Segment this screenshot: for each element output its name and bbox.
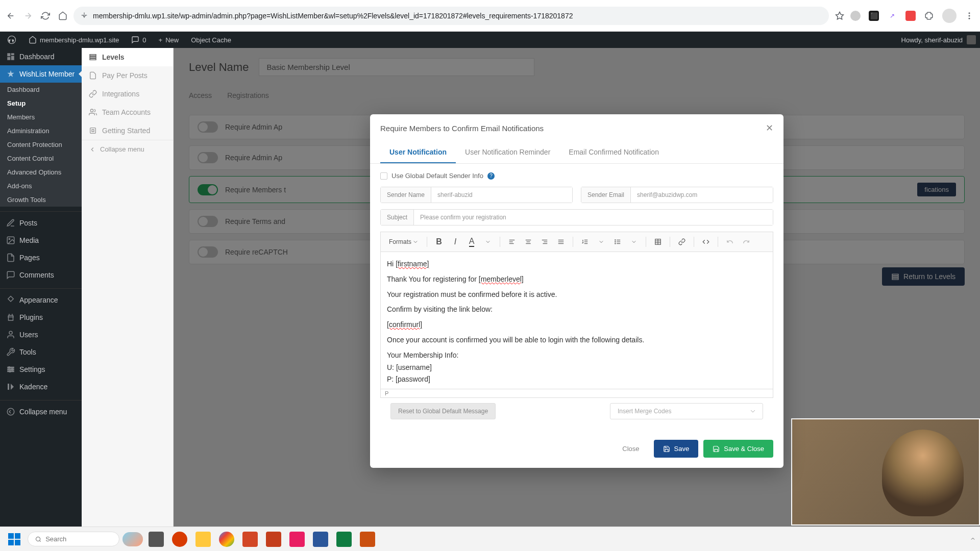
link-icon[interactable]: [675, 235, 689, 248]
app-icon[interactable]: [216, 529, 237, 549]
menu-wishlist[interactable]: WishList Member: [0, 65, 82, 83]
email-body-editor[interactable]: Hi [firstname] Thank You for registering…: [380, 252, 773, 389]
sidebar-ppp[interactable]: Pay Per Posts: [82, 66, 173, 85]
menu-users[interactable]: Users: [0, 326, 82, 343]
browser-toolbar: membership-dmlu.wp1.site/wp-admin/admin.…: [0, 0, 980, 32]
menu-appearance[interactable]: Appearance: [0, 291, 82, 309]
menu-kadence[interactable]: Kadence: [0, 378, 82, 395]
sidebar-team[interactable]: Team Accounts: [82, 103, 173, 121]
home-button[interactable]: [58, 11, 67, 20]
bookmark-star-icon[interactable]: [835, 11, 844, 20]
app-icon[interactable]: [263, 529, 284, 549]
reset-button[interactable]: Reset to Global Default Message: [390, 403, 496, 419]
submenu-setup[interactable]: Setup: [0, 96, 82, 110]
app-icon[interactable]: [334, 529, 354, 549]
app-icon[interactable]: [169, 529, 190, 549]
bold-icon[interactable]: B: [432, 235, 446, 248]
menu-posts[interactable]: Posts: [0, 214, 82, 232]
forward-button[interactable]: [23, 11, 33, 20]
svg-rect-15: [90, 55, 96, 56]
app-icon[interactable]: [357, 529, 378, 549]
submenu-administration[interactable]: Administration: [0, 124, 82, 138]
address-bar[interactable]: membership-dmlu.wp1.site/wp-admin/admin.…: [74, 7, 829, 25]
comments-count[interactable]: 0: [128, 32, 149, 48]
submenu-content-protection[interactable]: Content Protection: [0, 138, 82, 152]
weather-widget[interactable]: [122, 529, 143, 549]
app-icon[interactable]: [240, 529, 260, 549]
sender-name-input[interactable]: [431, 187, 572, 203]
submenu-advanced[interactable]: Advanced Options: [0, 165, 82, 179]
site-name[interactable]: membership-dmlu.wp1.site: [26, 32, 122, 48]
close-button[interactable]: Close: [613, 440, 648, 458]
submenu-addons[interactable]: Add-ons: [0, 179, 82, 193]
align-justify-icon[interactable]: [554, 235, 568, 248]
code-icon[interactable]: [699, 235, 713, 248]
merge-codes-dropdown[interactable]: Insert Merge Codes: [610, 403, 763, 419]
submenu-content-control[interactable]: Content Control: [0, 152, 82, 165]
undo-icon[interactable]: [723, 235, 737, 248]
extension-icon[interactable]: [905, 11, 916, 21]
collapse-wp-menu[interactable]: Collapse menu: [0, 403, 82, 420]
start-button[interactable]: [4, 529, 24, 549]
submenu-dashboard[interactable]: Dashboard: [0, 83, 82, 96]
redo-icon[interactable]: [740, 235, 753, 248]
menu-pages[interactable]: Pages: [0, 249, 82, 266]
profile-avatar[interactable]: [942, 9, 957, 23]
submenu-members[interactable]: Members: [0, 110, 82, 124]
help-icon[interactable]: ?: [487, 172, 495, 180]
file-explorer-icon[interactable]: [146, 529, 166, 549]
back-button[interactable]: [6, 11, 15, 20]
save-button[interactable]: Save: [654, 440, 699, 458]
align-right-icon[interactable]: [538, 235, 551, 248]
ordered-list-icon[interactable]: [578, 235, 592, 248]
app-icon[interactable]: [310, 529, 331, 549]
list-dropdown-icon[interactable]: [595, 235, 608, 248]
taskbar-tray-chevron[interactable]: [970, 535, 976, 544]
sidebar-integrations[interactable]: Integrations: [82, 85, 173, 103]
wp-logo[interactable]: [4, 32, 19, 48]
list-dropdown-icon[interactable]: [627, 235, 641, 248]
table-icon[interactable]: [651, 235, 665, 248]
subject-input[interactable]: [414, 210, 773, 225]
app-icon[interactable]: [193, 529, 213, 549]
menu-comments[interactable]: Comments: [0, 266, 82, 284]
svg-point-11: [9, 367, 10, 368]
formats-dropdown[interactable]: Formats: [385, 236, 422, 247]
tab-confirmed[interactable]: Email Confirmed Notification: [559, 142, 668, 163]
save-close-button[interactable]: Save & Close: [703, 440, 773, 458]
tab-reminder[interactable]: User Notification Reminder: [456, 142, 559, 163]
sender-email-input[interactable]: [631, 187, 773, 203]
submenu-growth[interactable]: Growth Tools: [0, 193, 82, 207]
align-left-icon[interactable]: [505, 235, 519, 248]
unordered-list-icon[interactable]: [611, 235, 624, 248]
sidebar-levels[interactable]: Levels: [82, 48, 173, 66]
text-color-icon[interactable]: A: [465, 235, 478, 248]
collapse-sec-menu[interactable]: Collapse menu: [82, 140, 173, 158]
taskbar-search[interactable]: [28, 532, 119, 546]
global-sender-checkbox[interactable]: [380, 172, 387, 180]
menu-plugins[interactable]: Plugins: [0, 309, 82, 326]
extension-icon[interactable]: ⬛: [869, 11, 879, 21]
new-content[interactable]: +New: [156, 32, 182, 48]
sidebar-getting-started[interactable]: Getting Started: [82, 121, 173, 140]
app-icon[interactable]: [287, 529, 307, 549]
email-notification-modal: Require Members to Confirm Email Notific…: [370, 114, 783, 468]
user-avatar-icon[interactable]: [967, 35, 976, 44]
howdy-user[interactable]: Howdy, sherif-abuzid: [901, 36, 963, 44]
menu-icon[interactable]: [965, 11, 974, 20]
menu-media[interactable]: Media: [0, 232, 82, 249]
close-icon[interactable]: ✕: [766, 122, 773, 134]
menu-tools[interactable]: Tools: [0, 343, 82, 361]
reload-button[interactable]: [41, 11, 50, 20]
extensions-icon[interactable]: [924, 11, 934, 21]
tab-user-notification[interactable]: User Notification: [380, 142, 456, 163]
align-center-icon[interactable]: [522, 235, 535, 248]
object-cache[interactable]: Object Cache: [188, 32, 234, 48]
color-dropdown-icon[interactable]: [481, 235, 495, 248]
svg-rect-19: [90, 128, 96, 134]
menu-dashboard[interactable]: Dashboard: [0, 48, 82, 65]
extension-icon[interactable]: [850, 11, 861, 21]
italic-icon[interactable]: I: [449, 235, 462, 248]
extension-icon[interactable]: ↗: [887, 11, 897, 21]
menu-settings[interactable]: Settings: [0, 361, 82, 378]
